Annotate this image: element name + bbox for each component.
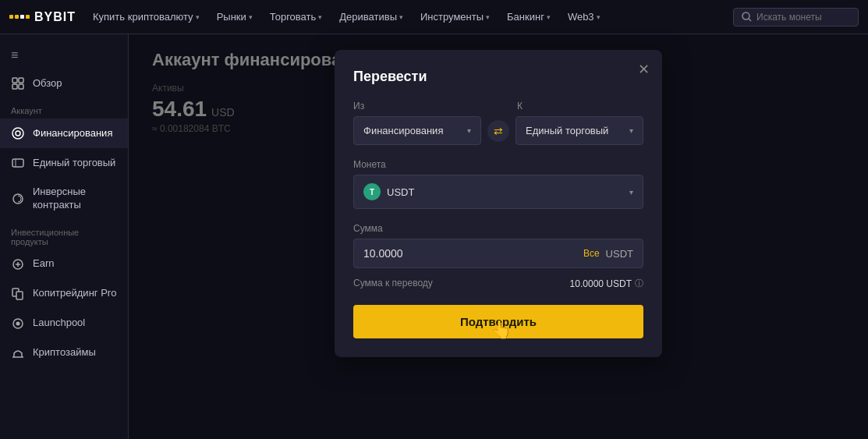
search-input[interactable] <box>756 12 850 23</box>
sidebar-item-overview[interactable]: Обзор <box>0 69 128 98</box>
logo-icon <box>9 15 30 19</box>
logo-text: BYBIT <box>34 10 76 24</box>
svg-line-1 <box>749 19 751 21</box>
nav-markets[interactable]: Рынки ▾ <box>211 8 259 26</box>
svg-rect-15 <box>16 292 23 299</box>
confirm-button[interactable]: Подтвердить <box>353 305 643 338</box>
launchpool-label: Launchpool <box>33 317 85 330</box>
sidebar-item-inverse[interactable]: Инверсные контракты <box>0 178 128 220</box>
sidebar-item-unified[interactable]: Единый торговый <box>0 148 128 178</box>
chevron-down-icon: ▾ <box>249 13 253 21</box>
unified-icon <box>11 156 25 170</box>
account-section-label: Аккаунт <box>0 98 128 119</box>
copytrading-label: Копитрейдинг Pro <box>33 287 116 300</box>
overview-icon <box>11 76 25 90</box>
swap-button[interactable]: ⇄ <box>487 120 509 142</box>
chevron-down-icon: ▾ <box>629 188 633 196</box>
overview-label: Обзор <box>33 77 62 90</box>
nav-tools[interactable]: Инструменты ▾ <box>414 8 496 26</box>
chevron-down-icon: ▾ <box>629 126 633 135</box>
search-bar[interactable] <box>733 8 859 27</box>
launchpool-icon <box>11 317 25 331</box>
cryptoloans-icon <box>11 346 25 360</box>
chevron-down-icon: ▾ <box>486 13 490 21</box>
to-select[interactable]: Единый торговый ▾ <box>515 116 643 145</box>
unified-label: Единый торговый <box>33 157 115 170</box>
chevron-down-icon: ▾ <box>467 126 471 135</box>
amount-currency: USDT <box>606 248 633 260</box>
funding-label: Финансирования <box>33 127 112 140</box>
coin-icon: T <box>363 183 381 200</box>
amount-field: Все USDT <box>353 239 643 268</box>
amount-field-label: Сумма <box>353 223 643 234</box>
coin-field-label: Монета <box>353 159 643 170</box>
nav-web3[interactable]: Web3 ▾ <box>562 8 607 26</box>
cryptoloans-label: Криптозаймы <box>33 346 96 359</box>
sidebar-item-funding[interactable]: Финансирования <box>0 119 128 148</box>
topnav: BYBIT Купить криптовалюту ▾ Рынки ▾ Торг… <box>0 0 868 34</box>
funding-icon <box>11 126 25 140</box>
nav-derivatives[interactable]: Деривативы ▾ <box>333 8 409 26</box>
transfer-modal: ✕ Перевести Из К Финансирования ▾ ⇄ Един… <box>335 50 662 357</box>
svg-point-0 <box>742 12 749 19</box>
modal-title: Перевести <box>353 69 643 85</box>
sidebar-item-copytrading[interactable]: Копитрейдинг Pro <box>0 279 128 309</box>
coin-select[interactable]: T USDT ▾ <box>353 175 643 209</box>
svg-rect-3 <box>19 78 23 83</box>
svg-point-17 <box>16 321 20 325</box>
main-layout: ≡ Обзор Аккаунт Финансирования Единый то… <box>0 34 868 439</box>
svg-rect-2 <box>12 78 17 83</box>
coin-info: T USDT <box>363 183 414 200</box>
copytrading-icon <box>11 287 25 301</box>
invest-section-label: Инвестиционные продукты <box>0 220 128 250</box>
transfer-amount: 10.0000 USDT ⓘ <box>570 278 643 289</box>
sidebar-item-earn[interactable]: Earn <box>0 250 128 279</box>
chevron-down-icon: ▾ <box>196 13 200 21</box>
modal-from-to-labels: Из К <box>353 101 643 112</box>
from-label: Из <box>353 101 480 112</box>
modal-selects-row: Финансирования ▾ ⇄ Единый торговый ▾ <box>353 116 643 145</box>
nav-buy-crypto[interactable]: Купить криптовалюту ▾ <box>87 8 206 26</box>
svg-rect-4 <box>12 84 17 89</box>
nav-trade[interactable]: Торговать ▾ <box>264 8 329 26</box>
from-select[interactable]: Финансирования ▾ <box>353 116 481 145</box>
modal-overlay: ✕ Перевести Из К Финансирования ▾ ⇄ Един… <box>129 34 868 439</box>
all-button[interactable]: Все <box>583 248 600 259</box>
sidebar: ≡ Обзор Аккаунт Финансирования Единый то… <box>0 34 129 439</box>
nav-banking[interactable]: Банкинг ▾ <box>501 8 557 26</box>
modal-close-button[interactable]: ✕ <box>638 61 650 78</box>
menu-icon[interactable]: ≡ <box>0 42 128 69</box>
chevron-down-icon: ▾ <box>597 13 601 21</box>
search-icon <box>742 12 752 22</box>
coin-name: USDT <box>387 186 414 198</box>
earn-icon <box>11 257 25 271</box>
transfer-info: Сумма к переводу 10.0000 USDT ⓘ <box>353 278 643 289</box>
chevron-down-icon: ▾ <box>318 13 322 21</box>
chevron-down-icon: ▾ <box>547 13 551 21</box>
info-icon: ⓘ <box>635 278 643 289</box>
svg-rect-5 <box>19 84 23 89</box>
inverse-label: Инверсные контракты <box>33 186 117 212</box>
svg-point-6 <box>12 128 23 139</box>
sidebar-item-launchpool[interactable]: Launchpool <box>0 309 128 338</box>
amount-input[interactable] <box>363 247 583 260</box>
sidebar-item-cryptoloans[interactable]: Криптозаймы <box>0 338 128 368</box>
svg-rect-8 <box>12 159 23 167</box>
main-content: Аккаунт финансирования 👁 Активы 54.61 US… <box>129 34 868 439</box>
earn-label: Earn <box>33 257 54 271</box>
inverse-icon <box>11 192 25 206</box>
svg-point-7 <box>16 131 20 136</box>
chevron-down-icon: ▾ <box>399 13 403 21</box>
to-label: К <box>517 101 643 112</box>
logo[interactable]: BYBIT <box>9 10 76 24</box>
